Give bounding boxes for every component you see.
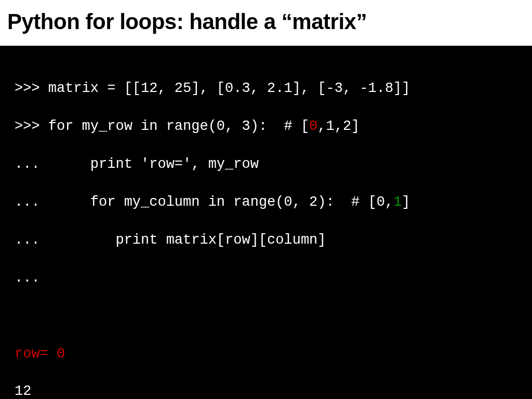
output-line: 12 (15, 382, 517, 399)
slide-title-bar: Python for loops: handle a “matrix” (0, 0, 532, 46)
code-line: >>> for my_row in range(0, 3): # [0,1,2] (15, 117, 517, 136)
code-line: ... print 'row=', my_row (15, 155, 517, 174)
code-text: ] (402, 194, 410, 210)
code-text: ,1,2] (317, 118, 360, 134)
code-line: ... for my_column in range(0, 2): # [0,1… (15, 193, 517, 211)
code-line: ... print matrix[row][column] (15, 231, 517, 249)
highlight-red: 0 (309, 118, 317, 134)
code-text: ... for my_column in range(0, 2): # [0, (15, 194, 393, 210)
output-line: row= 0 (15, 344, 517, 363)
code-text: >>> for my_row in range(0, 3): # [ (15, 118, 309, 134)
slide-title: Python for loops: handle a “matrix” (7, 9, 525, 34)
highlight-green: 1 (393, 194, 402, 210)
code-line: ... (15, 269, 517, 287)
blank-line (15, 307, 517, 325)
code-block: >>> matrix = [[12, 25], [0.3, 2.1], [-3,… (0, 46, 532, 399)
code-line: >>> matrix = [[12, 25], [0.3, 2.1], [-3,… (15, 79, 517, 98)
